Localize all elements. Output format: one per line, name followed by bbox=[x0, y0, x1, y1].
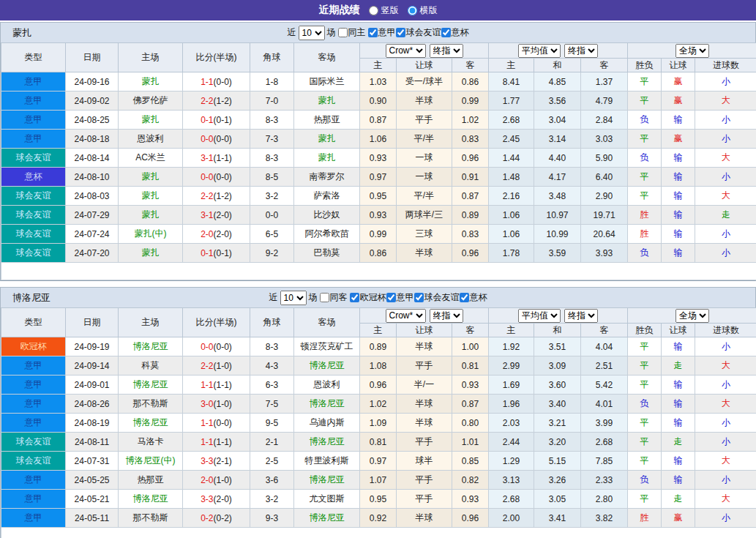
score-cell[interactable]: 0-0(0-0) bbox=[183, 168, 250, 187]
score-cell[interactable]: 2-2(1-2) bbox=[183, 91, 250, 111]
result-goals: 大 bbox=[695, 187, 756, 206]
league-checkbox-input[interactable] bbox=[396, 28, 405, 37]
score-cell[interactable]: 0-1(0-1) bbox=[183, 111, 250, 130]
home-team-link[interactable]: 蒙扎 bbox=[119, 111, 183, 130]
league-filter-checkbox[interactable]: 球会友谊 bbox=[414, 291, 460, 304]
home-team-link[interactable]: 佛罗伦萨 bbox=[119, 91, 183, 111]
layout-horizontal-option[interactable]: 横版 bbox=[408, 4, 438, 17]
home-team-link[interactable]: 马洛卡 bbox=[119, 433, 183, 452]
home-team-link[interactable]: 博洛尼亚 bbox=[119, 490, 183, 509]
score-cell[interactable]: 3-3(2-0) bbox=[183, 490, 250, 509]
away-team-link[interactable]: 顿涅茨克矿工 bbox=[294, 337, 360, 356]
scope-select[interactable]: 全场 bbox=[675, 44, 709, 58]
score-cell[interactable]: 0-0(0-0) bbox=[183, 130, 250, 149]
same-side-checkbox[interactable]: 同主 bbox=[338, 26, 366, 39]
league-checkbox-input[interactable] bbox=[414, 293, 424, 302]
home-team-link[interactable]: 科莫 bbox=[119, 356, 183, 376]
away-odds: 0.96 bbox=[452, 149, 489, 168]
home-team-link[interactable]: 蒙扎 bbox=[119, 206, 183, 225]
home-team-link[interactable]: 博洛尼亚(中) bbox=[119, 452, 183, 471]
away-team-link[interactable]: 博洛尼亚 bbox=[294, 395, 360, 414]
same-side-input[interactable] bbox=[338, 28, 348, 37]
away-team-link[interactable]: 阿尔希欧苗 bbox=[294, 225, 360, 244]
score-cell[interactable]: 1-1(1-1) bbox=[183, 433, 250, 452]
final-index-select-2[interactable]: 终指 bbox=[564, 309, 598, 323]
home-team-link[interactable]: 蒙扎 bbox=[119, 168, 183, 187]
score-cell[interactable]: 3-0(1-0) bbox=[183, 395, 250, 414]
final-index-select[interactable]: 终指 bbox=[430, 309, 463, 323]
home-team-link[interactable]: 蒙扎 bbox=[119, 72, 183, 91]
away-team-link[interactable]: 巴勒莫 bbox=[294, 244, 360, 263]
home-team-link[interactable]: 蒙扎(中) bbox=[119, 225, 183, 244]
home-team-link[interactable]: 博洛尼亚 bbox=[119, 337, 183, 356]
scope-select[interactable]: 全场 bbox=[675, 309, 709, 323]
final-index-select[interactable]: 终指 bbox=[430, 44, 463, 58]
league-filter-checkbox[interactable]: 意甲 bbox=[386, 291, 414, 304]
score-cell[interactable]: 3-1(2-0) bbox=[183, 206, 250, 225]
home-team-link[interactable]: 那不勒斯 bbox=[119, 509, 183, 528]
average-odds-select[interactable]: 平均值 bbox=[518, 44, 561, 58]
odds-company-select[interactable]: Crow* bbox=[386, 44, 426, 58]
recent-games-select[interactable]: 10 bbox=[299, 26, 325, 40]
final-index-select-2[interactable]: 终指 bbox=[564, 44, 598, 58]
league-filter-checkbox[interactable]: 意杯 bbox=[441, 26, 469, 39]
score-cell[interactable]: 2-0(1-0) bbox=[183, 471, 250, 490]
league-checkbox-input[interactable] bbox=[460, 293, 469, 302]
home-team-link[interactable]: 那不勒斯 bbox=[119, 395, 183, 414]
away-team-link[interactable]: 乌迪内斯 bbox=[294, 414, 360, 433]
score-cell[interactable]: 2-2(1-0) bbox=[183, 356, 250, 376]
away-team-link[interactable]: 博洛尼亚 bbox=[294, 433, 360, 452]
away-team-link[interactable]: 博洛尼亚 bbox=[294, 471, 360, 490]
away-team-link[interactable]: 蒙扎 bbox=[294, 130, 360, 149]
away-team-link[interactable]: 萨索洛 bbox=[294, 187, 360, 206]
home-team-link[interactable]: 蒙扎 bbox=[119, 244, 183, 263]
away-team-link[interactable]: 蒙扎 bbox=[294, 149, 360, 168]
score-cell[interactable]: 3-1(1-1) bbox=[183, 149, 250, 168]
home-team-link[interactable]: 恩波利 bbox=[119, 130, 183, 149]
handicap-line: 受一/球半 bbox=[397, 72, 452, 91]
score-cell[interactable]: 1-1(0-0) bbox=[183, 72, 250, 91]
away-team-link[interactable]: 南蒂罗尔 bbox=[294, 168, 360, 187]
home-team-link[interactable]: 博洛尼亚 bbox=[119, 376, 183, 395]
avg-draw-odds: 3.60 bbox=[534, 376, 581, 395]
vertical-radio-input[interactable] bbox=[369, 6, 378, 15]
average-odds-select[interactable]: 平均值 bbox=[518, 309, 561, 323]
odds-company-select[interactable]: Crow* bbox=[386, 309, 426, 323]
away-team-link[interactable]: 博洛尼亚 bbox=[294, 509, 360, 528]
score-cell[interactable]: 0-1(0-1) bbox=[183, 244, 250, 263]
league-filter-checkbox[interactable]: 意甲 bbox=[368, 26, 396, 39]
same-side-input[interactable] bbox=[320, 293, 329, 302]
home-team-link[interactable]: 博洛尼亚 bbox=[119, 414, 183, 433]
summary-row bbox=[1, 263, 756, 280]
horizontal-radio-input[interactable] bbox=[408, 6, 417, 15]
home-team-link[interactable]: 蒙扎 bbox=[119, 187, 183, 206]
league-checkbox-input[interactable] bbox=[350, 293, 359, 302]
league-checkbox-input[interactable] bbox=[386, 293, 396, 302]
league-checkbox-input[interactable] bbox=[368, 28, 378, 37]
league-checkbox-input[interactable] bbox=[441, 28, 451, 37]
score-cell[interactable]: 2-0(2-0) bbox=[183, 225, 250, 244]
away-team-link[interactable]: 国际米兰 bbox=[294, 72, 360, 91]
same-side-checkbox[interactable]: 同客 bbox=[320, 291, 348, 304]
match-type-badge: 球会友谊 bbox=[1, 452, 66, 471]
league-filter-checkbox[interactable]: 球会友谊 bbox=[396, 26, 441, 39]
away-team-link[interactable]: 特里波利斯 bbox=[294, 452, 360, 471]
score-cell[interactable]: 1-1(1-1) bbox=[183, 376, 250, 395]
away-team-link[interactable]: 蒙扎 bbox=[294, 91, 360, 111]
score-cell[interactable]: 2-2(1-2) bbox=[183, 187, 250, 206]
away-team-link[interactable]: 热那亚 bbox=[294, 111, 360, 130]
score-cell[interactable]: 0-0(0-0) bbox=[183, 337, 250, 356]
away-team-link[interactable]: 尤文图斯 bbox=[294, 490, 360, 509]
home-team-link[interactable]: AC米兰 bbox=[119, 149, 183, 168]
home-team-link[interactable]: 热那亚 bbox=[119, 471, 183, 490]
score-cell[interactable]: 0-2(0-2) bbox=[183, 509, 250, 528]
score-cell[interactable]: 1-1(0-0) bbox=[183, 414, 250, 433]
score-cell[interactable]: 3-3(2-1) bbox=[183, 452, 250, 471]
recent-games-select[interactable]: 10 bbox=[280, 291, 307, 305]
layout-vertical-option[interactable]: 竖版 bbox=[369, 4, 399, 17]
league-filter-checkbox[interactable]: 意杯 bbox=[460, 291, 487, 304]
away-team-link[interactable]: 博洛尼亚 bbox=[294, 356, 360, 376]
league-filter-checkbox[interactable]: 欧冠杯 bbox=[350, 291, 386, 304]
away-team-link[interactable]: 比沙奴 bbox=[294, 206, 360, 225]
away-team-link[interactable]: 恩波利 bbox=[294, 376, 360, 395]
